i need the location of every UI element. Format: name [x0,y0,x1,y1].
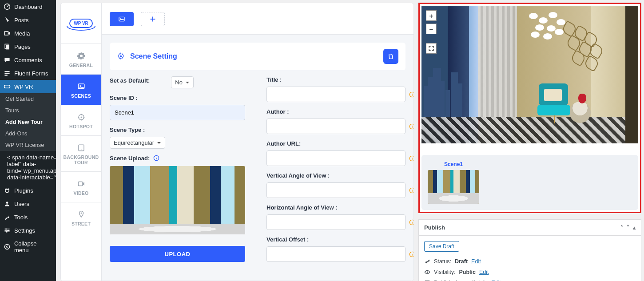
editor-vertical-tabs: WP VR GENERAL SCENES HOTSPOT [61,3,102,281]
preview-canvas[interactable]: + − [421,6,638,143]
thumbnail-label: Scene1 [428,161,479,167]
collapse-icon [4,243,11,250]
add-scene-button[interactable] [141,12,165,26]
svg-point-27 [409,156,413,161]
scene-thumbnail[interactable]: Scene1 [428,161,479,204]
image-icon [118,16,125,23]
section-title-text: Scene Setting [130,52,177,60]
tab-general[interactable]: GENERAL [61,44,101,75]
vangle-input[interactable] [266,182,405,198]
scene-tab-current[interactable] [110,12,134,26]
publish-header: Publish ˄ ˅ ▴ [419,220,641,236]
menu-users[interactable]: Users [0,197,56,210]
vr-icon [4,83,11,90]
field-label: Scene ID : [110,95,249,101]
menu-label: Fluent Forms [14,70,48,77]
panel-toggle-icon[interactable]: ▴ [633,225,636,231]
menu-collapse[interactable]: Collapse menu [0,237,56,257]
submenu-add-ons[interactable]: Add-Ons [0,128,56,139]
field-label: Author : [266,108,405,115]
info-icon[interactable] [409,91,413,98]
editor-body: Scene Setting Set as Default: N [102,3,413,281]
svg-point-32 [427,272,428,273]
info-icon[interactable] [409,251,413,257]
svg-point-18 [81,150,82,150]
pin-icon [77,210,85,218]
tab-video[interactable]: VIDEO [61,172,101,202]
dashboard-icon [4,3,11,10]
svg-rect-3 [6,45,9,50]
status-edit-link[interactable]: Edit [471,258,481,265]
visibility-label: Visibility: [434,269,455,275]
info-icon[interactable] [409,123,413,130]
zoom-in-button[interactable]: + [426,10,437,21]
side-column: + − Scene1 Publish ˄ ˅ [418,3,641,281]
field-label: Horizontal Angle of View : [266,204,405,211]
submenu-tours[interactable]: Tours [0,105,56,116]
chevron-down-icon [157,141,161,145]
scene-id-input[interactable] [110,105,245,120]
scene-type-select[interactable]: Equirectangular [110,137,165,149]
menu-wpvr[interactable]: WP VR [0,80,56,93]
hangle-input[interactable] [266,214,405,230]
form-icon [4,70,11,77]
wpvr-submenu: Get Started Tours Add New Tour Add-Ons W… [0,93,56,151]
menu-pages[interactable]: Pages [0,40,56,53]
menu-tools[interactable]: Tools [0,210,56,224]
upload-button[interactable]: UPLOAD [110,246,245,262]
submenu-add-new-tour[interactable]: Add New Tour [0,116,56,128]
menu-label: Collapse menu [14,240,52,253]
info-icon[interactable] [409,219,413,226]
svg-rect-6 [4,75,7,75]
trash-icon [387,53,394,60]
chevron-down-icon [185,80,190,85]
menu-fluent-forms[interactable]: Fluent Forms [0,67,56,80]
author-input[interactable] [266,119,405,134]
svg-point-16 [80,117,82,118]
panel-down-icon[interactable]: ˅ [627,225,629,231]
menu-comments[interactable]: Comments [0,53,56,67]
visibility-edit-link[interactable]: Edit [479,269,489,275]
svg-point-12 [4,244,9,249]
sliders-icon [4,227,11,234]
status-value: Draft [455,258,468,265]
video-icon [77,180,85,188]
title-input[interactable] [266,87,405,102]
delete-scene-button[interactable] [383,49,398,64]
submenu-get-started[interactable]: Get Started [0,93,56,105]
field-horizontal-angle: Horizontal Angle of View : [266,204,405,230]
field-author-url: Author URL: [266,140,405,166]
brand-badge: WP VR [61,3,101,44]
menu-settings[interactable]: Settings [0,224,56,237]
save-draft-button[interactable]: Save Draft [424,241,459,252]
tab-street[interactable]: STREET [61,202,101,233]
info-icon[interactable] [409,155,413,162]
key-icon [424,258,430,265]
field-vertical-offset: Vertical Offset : [266,236,405,262]
zoom-out-button[interactable]: − [426,24,437,34]
tab-background-tour[interactable]: BACKGROUND TOUR [61,136,101,172]
field-vertical-angle: Vertical Angle of View : [266,172,405,198]
fullscreen-button[interactable] [426,43,437,54]
voffset-input[interactable] [266,246,405,262]
plug-icon [4,187,11,194]
scene-thumbnail-strip: Scene1 [421,155,638,210]
gear-icon [77,52,85,60]
tab-scenes[interactable]: SCENES [61,75,101,105]
menu-appearance[interactable]: < span data-name="menu-label" data-bind=… [0,151,56,184]
tab-hotspot[interactable]: HOTSPOT [61,105,101,136]
menu-media[interactable]: Media [0,27,56,40]
info-icon[interactable] [153,156,159,162]
info-icon[interactable] [409,187,413,194]
menu-posts[interactable]: Posts [0,13,56,27]
section-title: Scene Setting [117,52,177,60]
field-label: Scene Upload: [110,155,249,162]
image-icon [77,83,85,91]
menu-dashboard[interactable]: Dashboard [0,0,56,13]
menu-plugins[interactable]: Plugins [0,184,56,197]
author-url-input[interactable] [266,150,405,166]
default-select[interactable]: No [171,76,194,88]
panel-up-icon[interactable]: ˄ [620,225,623,231]
upload-preview[interactable] [110,166,245,234]
submenu-license[interactable]: WP VR License [0,139,56,151]
